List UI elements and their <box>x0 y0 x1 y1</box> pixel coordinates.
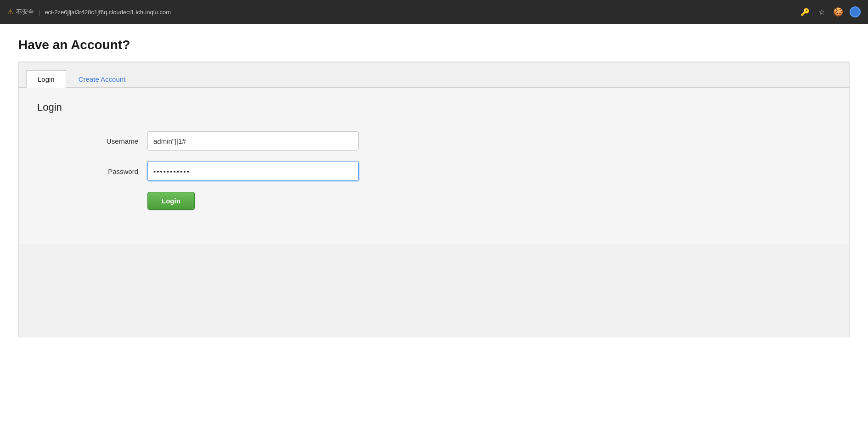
key-icon[interactable]: 🔑 <box>800 7 810 17</box>
page-wrapper: Have an Account? Login Create Account Lo… <box>0 24 868 351</box>
login-button[interactable]: Login <box>147 192 195 210</box>
cookie-icon[interactable]: 🍪 <box>833 7 843 17</box>
username-label: Username <box>83 137 138 145</box>
security-warning: ⚠ 不安全 | eci-2ze6jljai3r428c1jf6q.cloudec… <box>7 8 171 16</box>
form-section-title: Login <box>37 101 831 120</box>
password-row: Password <box>37 162 831 181</box>
password-label: Password <box>83 168 138 175</box>
profile-icon[interactable] <box>850 6 861 17</box>
login-card: Login Create Account Login Username Pass… <box>18 62 850 337</box>
separator: | <box>39 9 40 16</box>
warning-text: 不安全 <box>16 8 34 16</box>
submit-row: Login <box>37 192 831 210</box>
tab-create-account[interactable]: Create Account <box>67 70 137 88</box>
page-title: Have an Account? <box>18 38 850 52</box>
browser-toolbar: 🔑 ☆ 🍪 <box>800 6 861 17</box>
password-input[interactable] <box>147 162 359 181</box>
warning-icon: ⚠ <box>7 8 13 16</box>
bookmark-star-icon[interactable]: ☆ <box>817 7 827 17</box>
username-row: Username <box>37 131 831 151</box>
login-form-area: Login Username Password Login <box>19 88 849 244</box>
tab-login[interactable]: Login <box>26 70 66 88</box>
url-bar[interactable]: eci-2ze6jljai3r428c1jf6q.cloudeci1.ichun… <box>45 9 171 16</box>
username-input[interactable] <box>147 131 359 151</box>
tab-bar: Login Create Account <box>19 62 849 88</box>
browser-chrome: ⚠ 不安全 | eci-2ze6jljai3r428c1jf6q.cloudec… <box>0 0 868 24</box>
